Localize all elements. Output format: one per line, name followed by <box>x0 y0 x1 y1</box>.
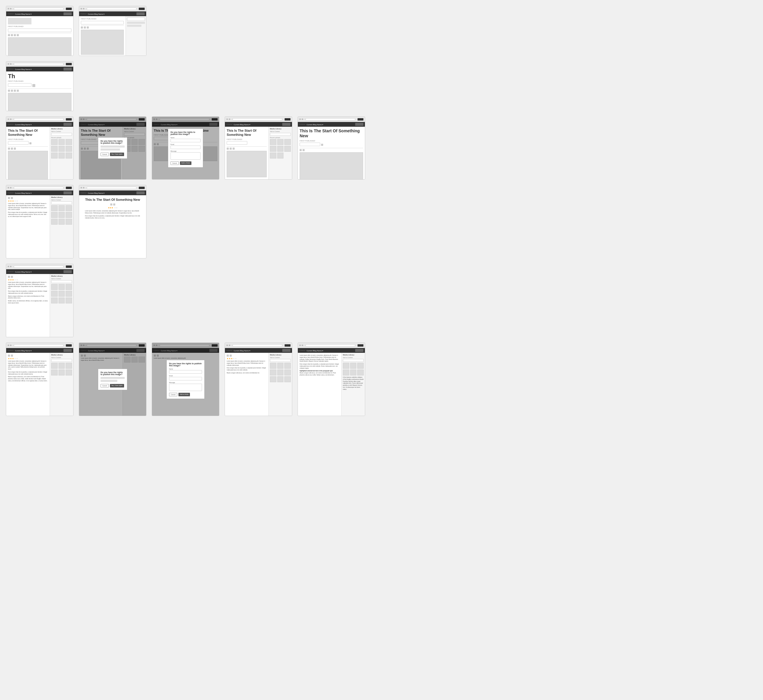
thumb-5[interactable] <box>58 212 65 218</box>
search-input[interactable] <box>51 359 72 362</box>
publish-btn[interactable] <box>64 349 72 352</box>
add-btn[interactable]: Add to Article <box>178 393 190 396</box>
field-input[interactable] <box>170 145 200 149</box>
address-bar[interactable] <box>87 8 136 10</box>
chrome-action-btn[interactable] <box>139 187 145 189</box>
thumb-3[interactable] <box>284 363 291 369</box>
thumb-5[interactable] <box>350 370 356 375</box>
address-bar[interactable] <box>14 266 64 268</box>
thumb-3[interactable] <box>357 363 364 369</box>
chrome-action-btn[interactable] <box>139 8 145 10</box>
thumb-3[interactable] <box>66 284 72 290</box>
thumb-6[interactable] <box>66 370 72 375</box>
address-bar[interactable] <box>14 8 64 10</box>
thumb-4[interactable] <box>270 146 277 152</box>
thumb-1[interactable] <box>343 363 349 369</box>
field-textarea[interactable] <box>170 152 200 159</box>
thumb-6[interactable] <box>66 212 72 218</box>
chrome-action-btn[interactable] <box>66 63 72 65</box>
search-input[interactable] <box>51 280 72 283</box>
thumb-3[interactable] <box>66 205 72 211</box>
thumb-6[interactable] <box>66 291 72 297</box>
thumb-9[interactable] <box>66 219 72 225</box>
address-bar[interactable] <box>305 118 355 120</box>
thumb-5[interactable] <box>277 146 284 152</box>
thumb-1[interactable] <box>51 284 58 290</box>
input-date[interactable] <box>227 141 247 145</box>
thumb-5[interactable] <box>277 370 284 375</box>
thumb-2[interactable] <box>58 284 65 290</box>
yes-btn[interactable]: Yes, I have rights <box>110 384 124 388</box>
input-date[interactable] <box>300 142 320 146</box>
thumb-3[interactable] <box>66 363 72 369</box>
search-input[interactable] <box>343 359 364 362</box>
thumb-6[interactable] <box>284 370 291 375</box>
input-field-1[interactable] <box>8 28 72 32</box>
thumb-2[interactable] <box>58 363 65 369</box>
thumb-8[interactable] <box>277 153 284 158</box>
chrome-action-btn[interactable] <box>285 344 291 347</box>
chrome-action-btn[interactable] <box>66 118 72 120</box>
address-bar[interactable] <box>14 118 64 120</box>
thumb-6[interactable] <box>357 370 364 375</box>
input-1[interactable] <box>81 21 124 24</box>
thumb-7[interactable] <box>51 297 58 303</box>
thumb-4[interactable] <box>51 146 58 152</box>
thumb-7[interactable] <box>51 219 58 225</box>
thumb-2[interactable] <box>350 363 356 369</box>
thumb-8[interactable] <box>277 376 284 382</box>
thumb-8[interactable] <box>58 219 65 225</box>
thumb-1[interactable] <box>51 205 58 211</box>
input-date[interactable] <box>8 141 28 145</box>
thumb-7[interactable] <box>51 153 58 158</box>
thumb-3[interactable] <box>66 139 72 145</box>
thumb-6[interactable] <box>284 146 291 152</box>
thumb-6[interactable] <box>66 146 72 152</box>
publish-btn[interactable] <box>282 349 291 352</box>
cancel-btn[interactable]: Cancel <box>100 153 109 156</box>
search-input[interactable] <box>270 359 291 362</box>
thumb-1[interactable] <box>51 363 58 369</box>
publish-btn[interactable] <box>355 349 363 352</box>
publish-btn[interactable] <box>64 12 72 15</box>
thumb-4[interactable] <box>51 370 58 375</box>
chrome-action-btn[interactable] <box>358 344 363 347</box>
publish-btn[interactable] <box>64 68 72 70</box>
thumb-9[interactable] <box>66 153 72 158</box>
thumb-4[interactable] <box>51 212 58 218</box>
plus-icon[interactable] <box>321 144 323 146</box>
thumb-4[interactable] <box>343 370 349 375</box>
address-bar[interactable] <box>87 187 136 189</box>
panel-input[interactable] <box>127 17 145 21</box>
thumb-8[interactable] <box>58 153 65 158</box>
field-input[interactable] <box>169 377 202 380</box>
input-date[interactable] <box>8 83 31 87</box>
chrome-action-btn[interactable] <box>66 344 72 347</box>
publish-btn[interactable] <box>136 12 145 15</box>
cancel-btn[interactable]: Cancel <box>170 161 179 165</box>
search-input[interactable] <box>51 202 72 204</box>
thumb-2[interactable] <box>277 363 284 369</box>
thumb-5[interactable] <box>58 291 65 297</box>
add-to-article-btn[interactable]: Add to Article <box>180 161 191 165</box>
publish-btn[interactable] <box>64 123 72 126</box>
chrome-action-btn[interactable] <box>285 118 291 120</box>
publish-btn[interactable] <box>355 123 363 126</box>
cancel-btn[interactable]: Cancel <box>169 393 177 396</box>
field-textarea[interactable] <box>169 384 202 391</box>
yes-btn[interactable]: Yes, I have rights <box>110 153 124 156</box>
thumb-7[interactable] <box>270 153 277 158</box>
address-bar[interactable] <box>14 187 64 189</box>
thumb-8[interactable] <box>58 297 65 303</box>
cancel-btn[interactable]: Cancel <box>100 384 109 388</box>
thumb-5[interactable] <box>58 146 65 152</box>
thumb-4[interactable] <box>51 291 58 297</box>
address-bar[interactable] <box>233 344 282 347</box>
publish-btn[interactable] <box>64 191 72 194</box>
address-bar[interactable] <box>305 344 355 347</box>
thumb-1[interactable] <box>270 363 277 369</box>
calendar-icon[interactable] <box>30 142 31 144</box>
publish-btn[interactable] <box>64 270 72 273</box>
address-bar[interactable] <box>14 344 64 347</box>
thumb-9[interactable] <box>66 297 72 303</box>
